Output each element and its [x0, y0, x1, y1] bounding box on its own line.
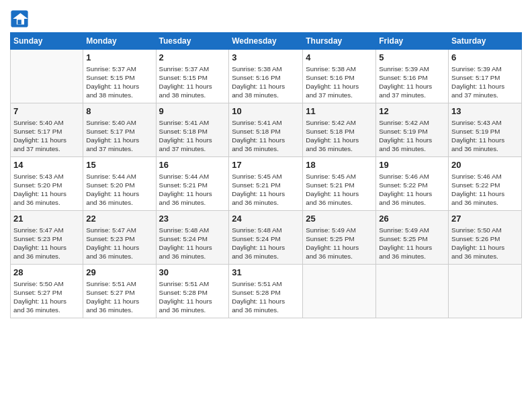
day-number: 28 [13, 267, 80, 279]
day-number: 9 [159, 105, 226, 118]
day-number: 12 [379, 105, 445, 118]
day-number: 19 [379, 159, 445, 171]
day-number: 10 [232, 105, 300, 118]
calendar-table: SundayMondayTuesdayWednesdayThursdayFrid… [10, 32, 522, 318]
day-number: 4 [306, 52, 373, 64]
svg-rect-2 [17, 19, 21, 24]
day-info: Sunrise: 5:42 AM Sunset: 5:19 PM Dayligh… [379, 118, 445, 154]
day-number: 5 [379, 52, 445, 64]
day-info: Sunrise: 5:48 AM Sunset: 5:24 PM Dayligh… [159, 226, 226, 261]
day-number: 8 [86, 105, 152, 118]
day-info: Sunrise: 5:38 AM Sunset: 5:16 PM Dayligh… [306, 64, 373, 100]
day-number: 6 [451, 52, 519, 64]
day-number: 21 [13, 213, 80, 225]
calendar-cell: 27Sunrise: 5:50 AM Sunset: 5:26 PM Dayli… [449, 211, 522, 265]
day-info: Sunrise: 5:45 AM Sunset: 5:21 PM Dayligh… [306, 172, 373, 208]
page: SundayMondayTuesdayWednesdayThursdayFrid… [0, 0, 532, 411]
day-number: 13 [451, 105, 519, 118]
day-header-friday: Friday [376, 33, 449, 50]
day-info: Sunrise: 5:49 AM Sunset: 5:25 PM Dayligh… [306, 226, 373, 261]
calendar-cell: 30Sunrise: 5:51 AM Sunset: 5:28 PM Dayli… [156, 265, 229, 318]
day-header-sunday: Sunday [11, 33, 83, 50]
calendar-cell: 18Sunrise: 5:45 AM Sunset: 5:21 PM Dayli… [303, 157, 376, 211]
day-number: 27 [451, 213, 519, 225]
calendar-cell: 10Sunrise: 5:41 AM Sunset: 5:18 PM Dayli… [229, 103, 303, 157]
day-number: 17 [232, 159, 300, 171]
day-info: Sunrise: 5:43 AM Sunset: 5:20 PM Dayligh… [13, 172, 80, 208]
calendar-cell [303, 265, 376, 318]
calendar-cell: 14Sunrise: 5:43 AM Sunset: 5:20 PM Dayli… [11, 157, 83, 211]
calendar-cell: 25Sunrise: 5:49 AM Sunset: 5:25 PM Dayli… [303, 211, 376, 265]
day-info: Sunrise: 5:45 AM Sunset: 5:21 PM Dayligh… [232, 172, 300, 208]
logo [10, 9, 30, 28]
calendar-cell: 8Sunrise: 5:40 AM Sunset: 5:17 PM Daylig… [83, 103, 156, 157]
day-info: Sunrise: 5:48 AM Sunset: 5:24 PM Dayligh… [232, 226, 300, 261]
calendar-cell: 12Sunrise: 5:42 AM Sunset: 5:19 PM Dayli… [376, 103, 449, 157]
day-info: Sunrise: 5:51 AM Sunset: 5:28 PM Dayligh… [232, 279, 300, 315]
calendar-week-row: 14Sunrise: 5:43 AM Sunset: 5:20 PM Dayli… [11, 157, 522, 211]
calendar-week-row: 7Sunrise: 5:40 AM Sunset: 5:17 PM Daylig… [11, 103, 522, 157]
day-number: 11 [306, 105, 373, 118]
day-number: 3 [232, 52, 300, 64]
logo-icon [10, 9, 29, 28]
day-info: Sunrise: 5:41 AM Sunset: 5:18 PM Dayligh… [159, 118, 226, 154]
day-info: Sunrise: 5:37 AM Sunset: 5:15 PM Dayligh… [159, 64, 226, 100]
calendar-week-row: 21Sunrise: 5:47 AM Sunset: 5:23 PM Dayli… [11, 211, 522, 265]
day-info: Sunrise: 5:38 AM Sunset: 5:16 PM Dayligh… [232, 64, 300, 100]
day-number: 18 [306, 159, 373, 171]
day-info: Sunrise: 5:40 AM Sunset: 5:17 PM Dayligh… [13, 118, 80, 154]
calendar-cell: 22Sunrise: 5:47 AM Sunset: 5:23 PM Dayli… [83, 211, 156, 265]
calendar-cell [376, 265, 449, 318]
day-header-saturday: Saturday [449, 33, 522, 50]
day-info: Sunrise: 5:39 AM Sunset: 5:17 PM Dayligh… [451, 64, 519, 100]
day-number: 26 [379, 213, 445, 225]
calendar-cell: 7Sunrise: 5:40 AM Sunset: 5:17 PM Daylig… [11, 103, 83, 157]
calendar-cell: 5Sunrise: 5:39 AM Sunset: 5:16 PM Daylig… [376, 50, 449, 103]
day-info: Sunrise: 5:41 AM Sunset: 5:18 PM Dayligh… [232, 118, 300, 154]
calendar-cell: 20Sunrise: 5:46 AM Sunset: 5:22 PM Dayli… [449, 157, 522, 211]
calendar-cell: 28Sunrise: 5:50 AM Sunset: 5:27 PM Dayli… [11, 265, 83, 318]
calendar-cell: 31Sunrise: 5:51 AM Sunset: 5:28 PM Dayli… [229, 265, 303, 318]
calendar-cell: 19Sunrise: 5:46 AM Sunset: 5:22 PM Dayli… [376, 157, 449, 211]
calendar-cell: 24Sunrise: 5:48 AM Sunset: 5:24 PM Dayli… [229, 211, 303, 265]
day-number: 20 [451, 159, 519, 171]
calendar-cell: 15Sunrise: 5:44 AM Sunset: 5:20 PM Dayli… [83, 157, 156, 211]
day-info: Sunrise: 5:44 AM Sunset: 5:20 PM Dayligh… [86, 172, 152, 208]
day-number: 24 [232, 213, 300, 225]
calendar-cell: 17Sunrise: 5:45 AM Sunset: 5:21 PM Dayli… [229, 157, 303, 211]
day-info: Sunrise: 5:46 AM Sunset: 5:22 PM Dayligh… [451, 172, 519, 208]
day-number: 2 [159, 52, 226, 64]
day-number: 1 [86, 52, 152, 64]
calendar-cell: 9Sunrise: 5:41 AM Sunset: 5:18 PM Daylig… [156, 103, 229, 157]
day-info: Sunrise: 5:49 AM Sunset: 5:25 PM Dayligh… [379, 226, 445, 261]
day-info: Sunrise: 5:42 AM Sunset: 5:18 PM Dayligh… [306, 118, 373, 154]
calendar-cell: 1Sunrise: 5:37 AM Sunset: 5:15 PM Daylig… [83, 50, 156, 103]
calendar-cell: 23Sunrise: 5:48 AM Sunset: 5:24 PM Dayli… [156, 211, 229, 265]
calendar-cell: 6Sunrise: 5:39 AM Sunset: 5:17 PM Daylig… [449, 50, 522, 103]
day-header-thursday: Thursday [303, 33, 376, 50]
day-number: 23 [159, 213, 226, 225]
day-number: 15 [86, 159, 152, 171]
calendar-week-row: 28Sunrise: 5:50 AM Sunset: 5:27 PM Dayli… [11, 265, 522, 318]
calendar-week-row: 1Sunrise: 5:37 AM Sunset: 5:15 PM Daylig… [11, 50, 522, 103]
calendar-cell: 11Sunrise: 5:42 AM Sunset: 5:18 PM Dayli… [303, 103, 376, 157]
day-info: Sunrise: 5:40 AM Sunset: 5:17 PM Dayligh… [86, 118, 152, 154]
day-number: 31 [232, 267, 300, 279]
day-number: 25 [306, 213, 373, 225]
day-header-wednesday: Wednesday [229, 33, 303, 50]
calendar-cell: 26Sunrise: 5:49 AM Sunset: 5:25 PM Dayli… [376, 211, 449, 265]
day-header-monday: Monday [83, 33, 156, 50]
day-info: Sunrise: 5:43 AM Sunset: 5:19 PM Dayligh… [451, 118, 519, 154]
day-number: 22 [86, 213, 152, 225]
calendar-cell: 2Sunrise: 5:37 AM Sunset: 5:15 PM Daylig… [156, 50, 229, 103]
day-info: Sunrise: 5:50 AM Sunset: 5:27 PM Dayligh… [13, 279, 80, 315]
day-info: Sunrise: 5:51 AM Sunset: 5:27 PM Dayligh… [86, 279, 152, 315]
day-info: Sunrise: 5:47 AM Sunset: 5:23 PM Dayligh… [13, 226, 80, 261]
calendar-cell: 13Sunrise: 5:43 AM Sunset: 5:19 PM Dayli… [449, 103, 522, 157]
day-number: 7 [13, 105, 80, 118]
day-info: Sunrise: 5:51 AM Sunset: 5:28 PM Dayligh… [159, 279, 226, 315]
day-header-tuesday: Tuesday [156, 33, 229, 50]
calendar-cell: 3Sunrise: 5:38 AM Sunset: 5:16 PM Daylig… [229, 50, 303, 103]
day-number: 16 [159, 159, 226, 171]
day-number: 29 [86, 267, 152, 279]
